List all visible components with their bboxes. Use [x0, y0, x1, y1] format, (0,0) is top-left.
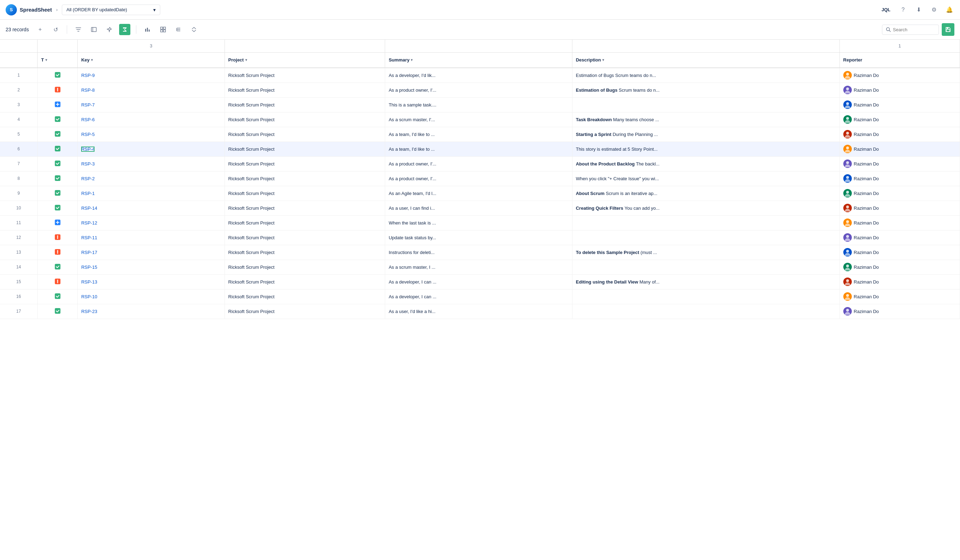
issue-key-link[interactable]: RSP-4 — [81, 147, 94, 152]
issue-key-cell[interactable]: RSP-15 — [78, 260, 224, 274]
collapse-button[interactable] — [188, 24, 200, 35]
summary-cell: As a developer, I can ... — [385, 274, 573, 289]
table-row[interactable]: 3 RSP-7 Ricksoft Scrum Project This is a… — [0, 97, 960, 112]
issue-key-cell[interactable]: RSP-6 — [78, 112, 224, 127]
reporter-cell: Raziman Do — [840, 127, 960, 142]
svg-rect-65 — [55, 308, 61, 314]
issue-key-link[interactable]: RSP-1 — [81, 191, 94, 196]
issue-key-cell[interactable]: RSP-13 — [78, 274, 224, 289]
table-row[interactable]: 9 RSP-1 Ricksoft Scrum Project As an Agi… — [0, 186, 960, 201]
table-row[interactable]: 10 RSP-14 Ricksoft Scrum Project As a us… — [0, 201, 960, 215]
notification-icon[interactable]: 🔔 — [944, 5, 954, 15]
issue-key-cell[interactable]: RSP-7 — [78, 97, 224, 112]
help-icon[interactable]: ? — [898, 5, 908, 15]
table-row[interactable]: 14 RSP-15 Ricksoft Scrum Project As a sc… — [0, 260, 960, 274]
filter-dropdown[interactable]: All (ORDER BY updatedDate) ▾ — [62, 5, 160, 15]
issue-key-cell[interactable]: RSP-4 — [78, 142, 224, 156]
issue-key-cell[interactable]: RSP-1 — [78, 186, 224, 201]
filter-button[interactable] — [73, 24, 84, 35]
reporter-cell: Raziman Do — [840, 68, 960, 83]
issue-type-cell — [38, 112, 78, 127]
pin-icon — [106, 27, 112, 32]
toolbar-right — [882, 23, 954, 36]
issue-key-cell[interactable]: RSP-5 — [78, 127, 224, 142]
header-summary[interactable]: Summary ▾ — [385, 52, 573, 68]
reporter-name: Raziman Do — [854, 294, 879, 299]
table-row[interactable]: 2 RSP-8 Ricksoft Scrum Project As a prod… — [0, 83, 960, 97]
table-row[interactable]: 12 RSP-11 Ricksoft Scrum Project Update … — [0, 230, 960, 245]
issue-key-cell[interactable]: RSP-17 — [78, 245, 224, 260]
app-title: SpreadSheet — [20, 7, 52, 13]
toolbar-separator-1 — [67, 25, 67, 34]
sum-button[interactable] — [119, 24, 130, 35]
hide-fields-button[interactable] — [88, 24, 99, 35]
issue-key-link[interactable]: RSP-2 — [81, 176, 94, 181]
top-bar: S SpreadSheet › All (ORDER BY updatedDat… — [0, 0, 960, 20]
issue-key-link[interactable]: RSP-6 — [81, 117, 94, 122]
table-row[interactable]: 8 RSP-2 Ricksoft Scrum Project As a prod… — [0, 171, 960, 186]
avatar — [843, 248, 852, 256]
pin-button[interactable] — [104, 24, 115, 35]
issue-key-link[interactable]: RSP-7 — [81, 102, 94, 107]
issue-key-link[interactable]: RSP-15 — [81, 264, 98, 270]
project-cell: Ricksoft Scrum Project — [224, 260, 385, 274]
issue-key-link[interactable]: RSP-13 — [81, 279, 98, 285]
issue-key-cell[interactable]: RSP-9 — [78, 68, 224, 83]
header-project[interactable]: Project ▾ — [224, 52, 385, 68]
records-count: 23 records — [6, 27, 29, 32]
issue-key-cell[interactable]: RSP-14 — [78, 201, 224, 215]
issue-key-cell[interactable]: RSP-11 — [78, 230, 224, 245]
settings-icon[interactable]: ⚙ — [929, 5, 939, 15]
table-row[interactable]: 17 RSP-23 Ricksoft Scrum Project As a us… — [0, 304, 960, 318]
issue-key-link[interactable]: RSP-11 — [81, 235, 98, 240]
row-number: 13 — [0, 245, 38, 260]
issue-key-link[interactable]: RSP-14 — [81, 205, 98, 211]
summary-cell: As a developer, I'd lik... — [385, 68, 573, 83]
header-description[interactable]: Description ▾ — [572, 52, 840, 68]
reporter-name: Raziman Do — [854, 279, 879, 285]
toolbar: 23 records + ↺ — [0, 20, 960, 40]
header-key[interactable]: Key ▾ — [78, 52, 224, 68]
table-row[interactable]: 5 RSP-5 Ricksoft Scrum Project As a team… — [0, 127, 960, 142]
issue-key-cell[interactable]: RSP-23 — [78, 304, 224, 318]
project-cell: Ricksoft Scrum Project — [224, 112, 385, 127]
issue-key-link[interactable]: RSP-12 — [81, 220, 98, 226]
add-record-button[interactable]: + — [34, 24, 46, 35]
issue-key-cell[interactable]: RSP-3 — [78, 156, 224, 171]
issue-key-cell[interactable]: RSP-8 — [78, 83, 224, 97]
svg-rect-2 — [145, 29, 146, 32]
issue-key-cell[interactable]: RSP-10 — [78, 289, 224, 304]
project-cell: Ricksoft Scrum Project — [224, 68, 385, 83]
issue-key-link[interactable]: RSP-8 — [81, 88, 94, 93]
issue-key-cell[interactable]: RSP-12 — [78, 215, 224, 230]
issue-key-link[interactable]: RSP-9 — [81, 73, 94, 78]
table-row[interactable]: 11 RSP-12 Ricksoft Scrum Project When th… — [0, 215, 960, 230]
issue-key-link[interactable]: RSP-17 — [81, 250, 98, 255]
sum-icon — [122, 27, 128, 32]
issue-key-link[interactable]: RSP-23 — [81, 309, 98, 314]
issue-key-link[interactable]: RSP-3 — [81, 161, 94, 166]
bar-chart-button[interactable] — [142, 24, 153, 35]
header-reporter[interactable]: Reporter — [840, 52, 960, 68]
table-row[interactable]: 7 RSP-3 Ricksoft Scrum Project As a prod… — [0, 156, 960, 171]
table-row[interactable]: 6 RSP-4 Ricksoft Scrum Project As a team… — [0, 142, 960, 156]
chevron-down-icon: ▾ — [153, 7, 156, 13]
search-box[interactable] — [882, 25, 939, 35]
issue-key-cell[interactable]: RSP-2 — [78, 171, 224, 186]
grid-view-button[interactable] — [157, 24, 169, 35]
svg-rect-0 — [91, 27, 96, 32]
refresh-button[interactable]: ↺ — [50, 24, 61, 35]
download-icon[interactable]: ⬇ — [914, 5, 923, 15]
issue-key-link[interactable]: RSP-10 — [81, 294, 98, 299]
search-input[interactable] — [893, 27, 935, 32]
table-row[interactable]: 15 RSP-13 Ricksoft Scrum Project As a de… — [0, 274, 960, 289]
save-button[interactable] — [942, 23, 954, 36]
issue-key-link[interactable]: RSP-5 — [81, 132, 94, 137]
table-row[interactable]: 1 RSP-9 Ricksoft Scrum Project As a deve… — [0, 68, 960, 83]
tree-view-button[interactable] — [173, 24, 184, 35]
table-row[interactable]: 4 RSP-6 Ricksoft Scrum Project As a scru… — [0, 112, 960, 127]
table-row[interactable]: 13 RSP-17 Ricksoft Scrum Project Instruc… — [0, 245, 960, 260]
header-t[interactable]: T ▾ — [38, 52, 78, 68]
table-row[interactable]: 16 RSP-10 Ricksoft Scrum Project As a de… — [0, 289, 960, 304]
jql-button[interactable]: JQL — [880, 6, 893, 14]
